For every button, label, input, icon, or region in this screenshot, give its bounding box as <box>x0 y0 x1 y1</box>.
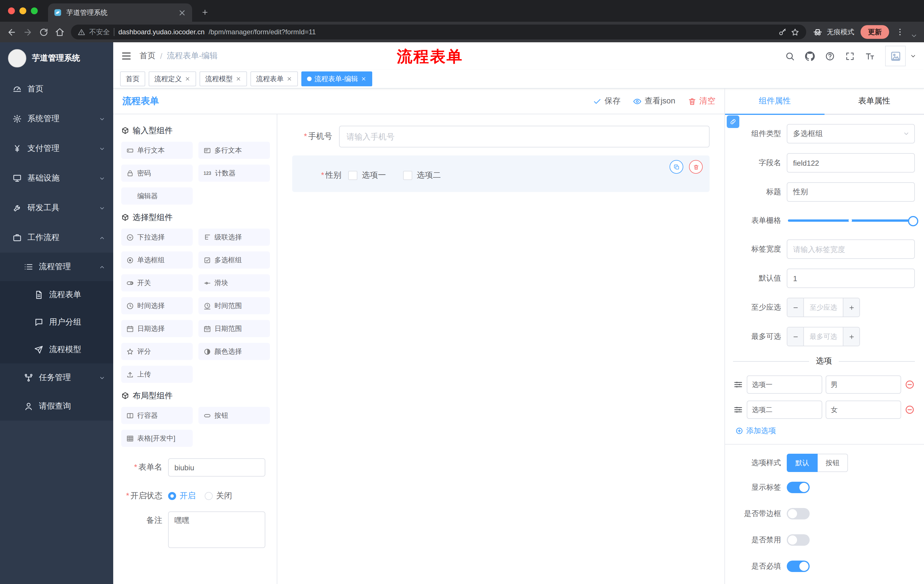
chip-single-line-text[interactable]: 单行文本 <box>121 142 193 159</box>
chip-checkbox-group[interactable]: 多选框组 <box>198 252 270 268</box>
canvas-gender-field-selected[interactable]: *性别 选项一 选项二 <box>292 155 710 192</box>
label-width-input[interactable] <box>787 239 915 259</box>
increase-button[interactable] <box>843 298 860 317</box>
max-select-stepper[interactable]: 最多可选 <box>787 327 860 346</box>
default-value-input[interactable] <box>787 268 915 288</box>
github-icon[interactable] <box>805 51 815 61</box>
reload-icon[interactable] <box>39 27 49 37</box>
chip-button[interactable]: 按钮 <box>198 407 270 424</box>
back-icon[interactable] <box>7 27 16 37</box>
gender-option-1-checkbox[interactable]: 选项一 <box>348 170 386 181</box>
remove-option-icon[interactable] <box>904 405 915 415</box>
chip-time-range[interactable]: 时间范围 <box>198 297 270 314</box>
style-button-button[interactable]: 按钮 <box>818 454 848 472</box>
chip-switch[interactable]: 开关 <box>121 274 193 291</box>
browser-update-button[interactable]: 更新 <box>861 25 889 39</box>
close-icon[interactable] <box>287 76 292 82</box>
chip-password[interactable]: 密码 <box>121 165 193 182</box>
tag-home[interactable]: 首页 <box>120 71 145 86</box>
sidebar-item-process-mgmt[interactable]: 流程管理 <box>0 253 113 281</box>
search-icon[interactable] <box>785 51 795 61</box>
delete-component-button[interactable] <box>689 160 703 174</box>
sidebar-item-leave-query[interactable]: 请假查询 <box>0 392 113 421</box>
slider-handle[interactable] <box>908 216 918 226</box>
breadcrumb-home[interactable]: 首页 <box>140 51 155 61</box>
bookmark-star-icon[interactable] <box>791 28 799 36</box>
chip-row-container[interactable]: 行容器 <box>121 407 193 424</box>
sidebar-item-system[interactable]: 系统管理 <box>0 104 113 134</box>
hamburger-icon[interactable] <box>121 51 132 61</box>
chip-slider[interactable]: 滑块 <box>198 274 270 291</box>
minimize-window-button[interactable] <box>20 7 26 14</box>
decrease-button[interactable] <box>787 298 804 317</box>
more-vertical-icon[interactable] <box>895 28 904 36</box>
option-1-label-input[interactable] <box>747 375 822 394</box>
maximize-window-button[interactable] <box>31 7 38 14</box>
tag-process-model[interactable]: 流程模型 <box>200 71 247 86</box>
tag-process-form[interactable]: 流程表单 <box>251 71 298 86</box>
caret-down-icon[interactable] <box>911 32 917 39</box>
drag-handle-icon[interactable] <box>733 405 743 415</box>
avatar[interactable] <box>885 46 906 66</box>
chip-upload[interactable]: 上传 <box>121 366 193 383</box>
option-2-label-input[interactable] <box>747 401 822 419</box>
title-input[interactable] <box>787 182 915 202</box>
chip-time[interactable]: 时间选择 <box>121 297 193 314</box>
status-off-radio[interactable]: 关闭 <box>205 491 232 501</box>
sidebar-item-payment[interactable]: 支付管理 <box>0 134 113 163</box>
chip-editor[interactable]: 编辑器 <box>121 188 193 204</box>
canvas-phone-field[interactable]: *手机号 <box>292 126 710 147</box>
add-option-button[interactable]: 添加选项 <box>735 426 915 436</box>
caret-down-icon[interactable] <box>910 53 916 59</box>
form-grid-slider[interactable] <box>788 219 914 222</box>
home-icon[interactable] <box>55 27 64 37</box>
chip-date-range[interactable]: 日期范围 <box>198 320 270 337</box>
clear-button[interactable]: 清空 <box>688 96 715 106</box>
font-size-icon[interactable] <box>865 51 875 61</box>
sidebar-item-process-model[interactable]: 流程模型 <box>0 336 113 364</box>
close-icon[interactable] <box>236 76 241 82</box>
has-border-toggle[interactable] <box>787 508 810 520</box>
gender-option-2-checkbox[interactable]: 选项二 <box>403 170 441 181</box>
close-window-button[interactable] <box>8 7 15 14</box>
security-label[interactable]: 不安全 <box>89 27 110 37</box>
tab-component-props[interactable]: 组件属性 <box>725 89 825 114</box>
style-default-button[interactable]: 默认 <box>787 454 818 472</box>
form-canvas[interactable]: *手机号 *性别 选项一 <box>277 114 724 584</box>
sidebar-item-home[interactable]: 首页 <box>0 74 113 104</box>
decrease-button[interactable] <box>787 327 804 346</box>
chip-radio-group[interactable]: 单选框组 <box>121 252 193 268</box>
new-tab-button[interactable] <box>198 5 211 19</box>
required-toggle[interactable] <box>787 561 810 572</box>
chip-date[interactable]: 日期选择 <box>121 320 193 337</box>
close-icon[interactable] <box>185 76 190 82</box>
form-name-input[interactable] <box>168 458 265 477</box>
increase-button[interactable] <box>843 327 860 346</box>
phone-input[interactable] <box>339 126 710 147</box>
sidebar-item-devtools[interactable]: 研发工具 <box>0 193 113 223</box>
form-remark-textarea[interactable]: 嘿嘿 <box>168 512 265 548</box>
key-icon[interactable] <box>778 28 787 36</box>
remove-option-icon[interactable] <box>904 380 915 390</box>
status-on-radio[interactable]: 开启 <box>168 491 196 501</box>
show-label-toggle[interactable] <box>787 482 810 493</box>
option-1-value-input[interactable] <box>826 375 901 394</box>
link-icon[interactable] <box>727 115 739 128</box>
view-json-button[interactable]: 查看json <box>633 96 675 106</box>
sidebar-item-task-mgmt[interactable]: 任务管理 <box>0 364 113 392</box>
tab-form-props[interactable]: 表单属性 <box>825 89 924 114</box>
tab-close-icon[interactable] <box>178 8 186 17</box>
forward-icon[interactable] <box>23 27 33 37</box>
sidebar-item-workflow[interactable]: 工作流程 <box>0 223 113 253</box>
chip-rate[interactable]: 评分 <box>121 343 193 360</box>
min-select-stepper[interactable]: 至少应选 <box>787 298 860 317</box>
browser-tab[interactable]: 芋道管理系统 <box>48 3 192 22</box>
chip-cascader[interactable]: 级联选择 <box>198 229 270 246</box>
drag-handle-icon[interactable] <box>733 380 743 390</box>
sidebar-item-user-group[interactable]: 用户分组 <box>0 309 113 336</box>
option-2-value-input[interactable] <box>826 401 901 419</box>
component-type-select[interactable]: 多选框组 <box>787 124 915 143</box>
save-button[interactable]: 保存 <box>593 96 621 106</box>
chip-counter[interactable]: 123计数器 <box>198 165 270 182</box>
chip-table[interactable]: 表格[开发中] <box>121 430 193 447</box>
